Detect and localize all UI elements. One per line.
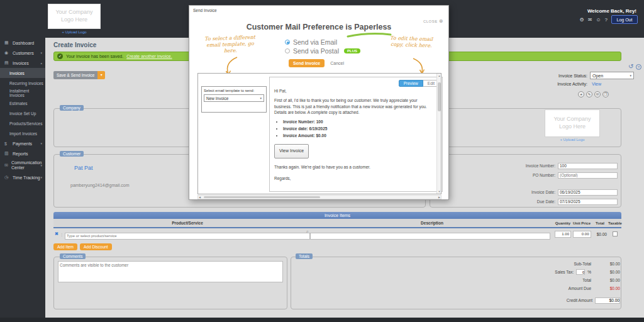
help-icon[interactable]: ?: [605, 17, 608, 23]
upload-logo-link[interactable]: + Upload Logo: [48, 30, 101, 34]
company-logo-placeholder[interactable]: Your Company Logo Here: [48, 4, 101, 29]
user-icon[interactable]: ☺: [596, 17, 601, 23]
modal-heading: Customer Mail Preference is Paperless: [189, 23, 448, 31]
due-date-input[interactable]: [558, 199, 618, 205]
item-buttons: Add Item Add Discount: [53, 243, 112, 250]
subtotal-row: Sub-Total $0.00: [440, 260, 620, 268]
po-number-input[interactable]: [558, 172, 618, 179]
message-icon[interactable]: ✉: [588, 17, 592, 23]
sidebar-subitem-products-services[interactable]: Products/Services: [0, 118, 45, 128]
sidebar-item-communication-center[interactable]: ✉ Communication Center ▾: [0, 158, 45, 172]
print-icon[interactable]: ✎: [586, 91, 592, 97]
send-invoice-button[interactable]: Send Invoice: [289, 59, 325, 67]
horizontal-scrollbar[interactable]: ◀ ▶: [197, 195, 441, 199]
annotation-arrow-right: [411, 57, 430, 75]
sidebar-subitem-estimates[interactable]: Estimates: [0, 98, 45, 108]
scroll-down-icon[interactable]: ▼: [437, 190, 441, 193]
sidebar-label: Communication Center: [11, 160, 42, 171]
time-tracking-icon: ◷: [4, 175, 9, 180]
sidebar-subitem-invoice-setup[interactable]: Invoice Set Up: [0, 108, 45, 118]
sidebar-item-time-tracking[interactable]: ◷ Time Tracking ▾: [0, 172, 45, 182]
subtotal-value: $0.00: [594, 262, 620, 266]
vertical-scrollbar[interactable]: ▲ ▼: [436, 74, 441, 194]
quantity-input[interactable]: [555, 231, 571, 238]
email-preview-panel: Select email template to send: New Invoi…: [197, 73, 441, 194]
success-message: Your invoice has been saved.: [66, 54, 123, 58]
sidebar-label: Invoices: [13, 61, 29, 65]
chevron-down-icon[interactable]: ▾: [97, 71, 105, 79]
send-via-postal-option[interactable]: Send via Postal PLUS: [285, 47, 360, 55]
sales-tax-row: Sales Tax: % $0.00: [440, 268, 620, 276]
annotation-edit: To edit the email copy, click here.: [387, 35, 436, 50]
view-invoice-button[interactable]: View Invoice: [274, 144, 309, 158]
subtotal-label: Sub-Total: [440, 262, 591, 266]
customer-name-link[interactable]: Pat Pat: [74, 165, 93, 171]
modal-actions: Send Invoice Cancel: [289, 59, 344, 67]
chevron-down-icon: ▾: [40, 51, 42, 55]
chevron-down-icon: ▾: [40, 164, 42, 167]
sidebar-subitem-import-invoices[interactable]: Import Invoices: [0, 128, 45, 138]
invoice-status-select[interactable]: Open ▾: [590, 72, 634, 79]
email-closing: Thanks again. We're glad to have you as …: [274, 164, 433, 170]
preview-button[interactable]: Preview: [399, 80, 423, 87]
sidebar-item-dashboard[interactable]: ▦ Dashboard: [0, 38, 45, 48]
template-select[interactable]: New Invoice ▾: [204, 94, 264, 102]
col-unit-price: Unit Price: [572, 221, 592, 225]
create-another-invoice-link[interactable]: Create another invoice.: [126, 54, 172, 58]
sidebar-item-invoices[interactable]: ▤ Invoices ▴: [0, 58, 45, 68]
col-description: Description: [310, 221, 554, 225]
sidebar-item-reports[interactable]: ▥ Reports: [0, 148, 45, 158]
sidebar-item-customers[interactable]: ◉ Customers ▾: [0, 48, 45, 58]
delete-row-icon[interactable]: ✖: [55, 231, 58, 236]
due-date-label: Due Date:: [434, 199, 555, 204]
sidebar-subitem-recurring-invoices[interactable]: Recurring Invoices: [0, 78, 45, 88]
save-send-invoice-button[interactable]: Save & Send Invoice ▾: [53, 71, 105, 79]
search-icon[interactable]: ⌕: [306, 229, 309, 234]
sales-tax-value: $0.00: [594, 270, 620, 274]
description-input[interactable]: [310, 233, 550, 240]
comments-textarea[interactable]: [58, 261, 283, 282]
scroll-right-icon[interactable]: ▶: [438, 196, 440, 199]
radio-selected-icon[interactable]: [285, 40, 290, 45]
invoice-activity-view-link[interactable]: View: [590, 82, 634, 86]
gear-icon[interactable]: ⚙: [580, 17, 584, 23]
email-bullet: Invoice Amount: $0.00: [283, 133, 433, 139]
globe-icon[interactable]: ◕: [578, 91, 584, 97]
send-via-email-option[interactable]: Send via Email: [285, 38, 360, 47]
invoice-number-input[interactable]: [558, 163, 618, 169]
copy-icon[interactable]: ❐: [602, 91, 609, 97]
credit-amount-label: Credit Amount: [440, 298, 592, 303]
credit-amount-input[interactable]: [595, 297, 620, 304]
unit-price-input[interactable]: [573, 231, 591, 238]
sidebar-item-payments[interactable]: $ Payments ▾: [0, 138, 45, 148]
sidebar-subitem-installment-invoices[interactable]: Installment Invoices: [0, 88, 45, 98]
cancel-link[interactable]: Cancel: [330, 61, 344, 65]
sidebar-subitem-invoices[interactable]: Invoices: [0, 68, 45, 78]
taxable-checkbox[interactable]: [613, 231, 618, 236]
logout-button[interactable]: Log Out: [611, 15, 638, 24]
send-options: Send via Email Send via Postal PLUS: [285, 38, 360, 55]
template-selector-box: Select email template to send: New Invoi…: [201, 86, 267, 113]
add-discount-button[interactable]: Add Discount: [80, 243, 112, 250]
scrollbar-thumb[interactable]: [438, 82, 441, 111]
scroll-left-icon[interactable]: ◀: [199, 196, 201, 199]
sales-tax-rate-input[interactable]: [576, 269, 585, 275]
total-row: Total $0.00: [440, 276, 620, 284]
scroll-up-icon[interactable]: ▲: [437, 74, 441, 77]
total-value: $0.00: [594, 278, 620, 282]
po-number-label: PO Number:: [434, 173, 555, 177]
reports-icon: ▥: [4, 151, 9, 156]
bottom-bar: [0, 318, 644, 322]
logo-text-line1: Your Company: [55, 9, 92, 16]
invoice-logo-placeholder[interactable]: Your Company Logo Here: [545, 109, 600, 137]
add-item-button[interactable]: Add Item: [53, 243, 77, 250]
invoice-date-row: Invoice Date:: [434, 189, 618, 196]
upload-logo-link[interactable]: + Upload Logo: [545, 138, 600, 142]
radio-unselected-icon[interactable]: [285, 48, 290, 53]
history-icon[interactable]: ↺: [628, 63, 633, 70]
email-icon[interactable]: ✉: [594, 91, 601, 97]
help-circle-icon[interactable]: ?: [636, 64, 641, 70]
product-service-input[interactable]: [65, 233, 310, 240]
invoice-date-input[interactable]: [558, 189, 618, 196]
scrollbar-thumb[interactable]: [204, 196, 320, 198]
